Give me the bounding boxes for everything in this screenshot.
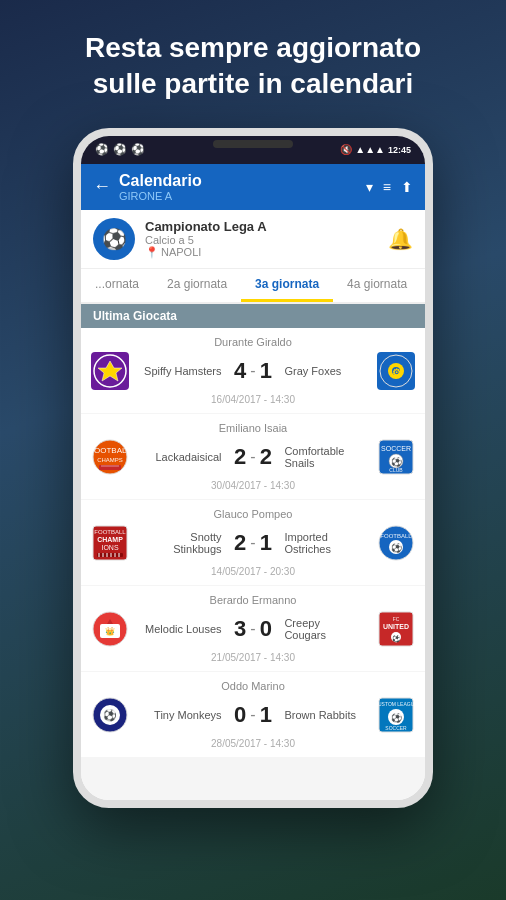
svg-text:FOOTBALL: FOOTBALL bbox=[91, 446, 129, 455]
home-score-4: 3 bbox=[234, 616, 246, 642]
status-icons-right: 🔇 ▲▲▲ 12:45 bbox=[340, 144, 411, 155]
away-score-4: 0 bbox=[260, 616, 272, 642]
tab-2[interactable]: 2a giornata bbox=[153, 269, 241, 302]
match-card-2: Emiliano Isaia FOOTBALL CHAMPS Lackadais… bbox=[81, 414, 425, 499]
match-card-1: Durante Giraldo Spiffy Hamsters 4 - 1 Gr… bbox=[81, 328, 425, 413]
tab-4[interactable]: 4a giornata bbox=[333, 269, 421, 302]
location-icon: 📍 bbox=[145, 246, 159, 259]
home-logo-1 bbox=[91, 352, 129, 390]
home-logo-2: FOOTBALL CHAMPS bbox=[91, 438, 129, 476]
home-logo-3: FOOTBALL CHAMP IONS bbox=[91, 524, 129, 562]
score-2: 2 - 2 bbox=[234, 444, 272, 470]
referee-4: Berardo Ermanno bbox=[91, 594, 415, 606]
home-team-2: Lackadaisical bbox=[142, 451, 222, 463]
svg-text:⚽: ⚽ bbox=[390, 712, 402, 724]
svg-text:⚽: ⚽ bbox=[103, 708, 117, 722]
away-team-4: Creepy Cougars bbox=[284, 617, 364, 641]
soccer-icon2: ⚽ bbox=[113, 143, 127, 156]
app-subtitle: GIRONE A bbox=[119, 190, 358, 202]
away-team-3: Imported Ostriches bbox=[284, 531, 364, 555]
away-score-3: 1 bbox=[260, 530, 272, 556]
home-team-3: Snotty Stinkbugs bbox=[142, 531, 222, 555]
svg-text:CHAMPS: CHAMPS bbox=[97, 457, 123, 463]
match-row-4: 👑 Melodic Louses 3 - 0 Creepy Cougars FC… bbox=[91, 610, 415, 648]
tabs-row: ...ornata 2a giornata 3a giornata 4a gio… bbox=[81, 269, 425, 304]
league-name: Campionato Lega A bbox=[145, 219, 378, 234]
referee-3: Glauco Pompeo bbox=[91, 508, 415, 520]
svg-text:FOOTBALL: FOOTBALL bbox=[94, 529, 126, 535]
tab-1[interactable]: ...ornata bbox=[81, 269, 153, 302]
signal-icon: ▲▲▲ bbox=[355, 144, 385, 155]
svg-text:⚽: ⚽ bbox=[390, 542, 402, 554]
match-row-3: FOOTBALL CHAMP IONS Snotty Stinkbugs 2 bbox=[91, 524, 415, 562]
status-icons-left: ⚽ ⚽ ⚽ bbox=[95, 143, 145, 156]
home-team-4: Melodic Louses bbox=[142, 623, 222, 635]
score-3: 2 - 1 bbox=[234, 530, 272, 556]
bell-icon[interactable]: 🔔 bbox=[388, 227, 413, 251]
score-1: 4 - 1 bbox=[234, 358, 272, 384]
home-score-2: 2 bbox=[234, 444, 246, 470]
svg-text:👑: 👑 bbox=[105, 626, 115, 636]
svg-text:FOOTBALL: FOOTBALL bbox=[380, 533, 412, 539]
away-team-5: Brown Rabbits bbox=[284, 709, 364, 721]
notch bbox=[213, 140, 293, 148]
home-score-3: 2 bbox=[234, 530, 246, 556]
mute-icon: 🔇 bbox=[340, 144, 352, 155]
app-title: Calendario bbox=[119, 172, 358, 190]
share-button[interactable]: ⬆ bbox=[401, 179, 413, 195]
status-bar: ⚽ ⚽ ⚽ 🔇 ▲▲▲ 12:45 bbox=[81, 136, 425, 164]
svg-text:SOCCER: SOCCER bbox=[381, 445, 411, 452]
svg-text:UNITED: UNITED bbox=[383, 623, 409, 630]
svg-text:⚽: ⚽ bbox=[391, 634, 400, 643]
score-5: 0 - 1 bbox=[234, 702, 272, 728]
dropdown-button[interactable]: ▾ bbox=[366, 179, 373, 195]
match-row-1: Spiffy Hamsters 4 - 1 Gray Foxes ⚙ bbox=[91, 352, 415, 390]
league-type: Calcio a 5 bbox=[145, 234, 378, 246]
match-card-4: Berardo Ermanno 👑 Melodic Louses 3 - 0 bbox=[81, 586, 425, 671]
soccer-icon3: ⚽ bbox=[131, 143, 145, 156]
app-bar-actions: ▾ ≡ ⬆ bbox=[366, 179, 413, 195]
away-score-1: 1 bbox=[260, 358, 272, 384]
match-card-3: Glauco Pompeo FOOTBALL CHAMP IONS bbox=[81, 500, 425, 585]
away-logo-3: FOOTBALL ⚽ bbox=[377, 524, 415, 562]
match-date-4: 21/05/2017 - 14:30 bbox=[91, 652, 415, 663]
svg-text:SOCCER: SOCCER bbox=[385, 725, 407, 731]
away-logo-1: ⚙ bbox=[377, 352, 415, 390]
home-team-1: Spiffy Hamsters bbox=[142, 365, 222, 377]
app-title-block: Calendario GIRONE A bbox=[119, 172, 358, 202]
svg-text:FC: FC bbox=[393, 616, 400, 622]
back-button[interactable]: ← bbox=[93, 176, 111, 197]
match-row-5: ⚽ Tiny Monkeys 0 - 1 Brown Rabbits CUSTO… bbox=[91, 696, 415, 734]
section-header: Ultima Giocata bbox=[81, 304, 425, 328]
svg-text:CLUB: CLUB bbox=[389, 467, 403, 473]
match-date-3: 14/05/2017 - 20:30 bbox=[91, 566, 415, 577]
phone-mockup: ⚽ ⚽ ⚽ 🔇 ▲▲▲ 12:45 ← Calendario GIRONE A … bbox=[73, 128, 433, 808]
app-bar: ← Calendario GIRONE A ▾ ≡ ⬆ bbox=[81, 164, 425, 210]
svg-text:⚙: ⚙ bbox=[391, 367, 400, 378]
match-date-1: 16/04/2017 - 14:30 bbox=[91, 394, 415, 405]
svg-text:CUSTOM LEAGUE: CUSTOM LEAGUE bbox=[377, 701, 415, 707]
tab-3[interactable]: 3a giornata bbox=[241, 269, 333, 302]
away-team-1: Gray Foxes bbox=[284, 365, 364, 377]
home-logo-5: ⚽ bbox=[91, 696, 129, 734]
away-logo-4: FC UNITED ⚽ bbox=[377, 610, 415, 648]
league-logo: ⚽ bbox=[93, 218, 135, 260]
match-row-2: FOOTBALL CHAMPS Lackadaisical 2 - 2 Comf… bbox=[91, 438, 415, 476]
hero-heading: Resta sempre aggiornato sulle partite in… bbox=[45, 0, 461, 123]
home-score-1: 4 bbox=[234, 358, 246, 384]
away-score-5: 1 bbox=[260, 702, 272, 728]
away-logo-2: SOCCER ⚽ CLUB bbox=[377, 438, 415, 476]
away-logo-5: CUSTOM LEAGUE ⚽ SOCCER bbox=[377, 696, 415, 734]
home-team-5: Tiny Monkeys bbox=[142, 709, 222, 721]
referee-2: Emiliano Isaia bbox=[91, 422, 415, 434]
away-score-2: 2 bbox=[260, 444, 272, 470]
home-logo-4: 👑 bbox=[91, 610, 129, 648]
matches-list: Durante Giraldo Spiffy Hamsters 4 - 1 Gr… bbox=[81, 328, 425, 808]
list-button[interactable]: ≡ bbox=[383, 179, 391, 195]
svg-text:IONS: IONS bbox=[101, 544, 118, 551]
league-info: Campionato Lega A Calcio a 5 📍 NAPOLI bbox=[145, 219, 378, 259]
league-bar: ⚽ Campionato Lega A Calcio a 5 📍 NAPOLI … bbox=[81, 210, 425, 269]
away-team-2: Comfortable Snails bbox=[284, 445, 364, 469]
soccer-icon: ⚽ bbox=[95, 143, 109, 156]
home-score-5: 0 bbox=[234, 702, 246, 728]
